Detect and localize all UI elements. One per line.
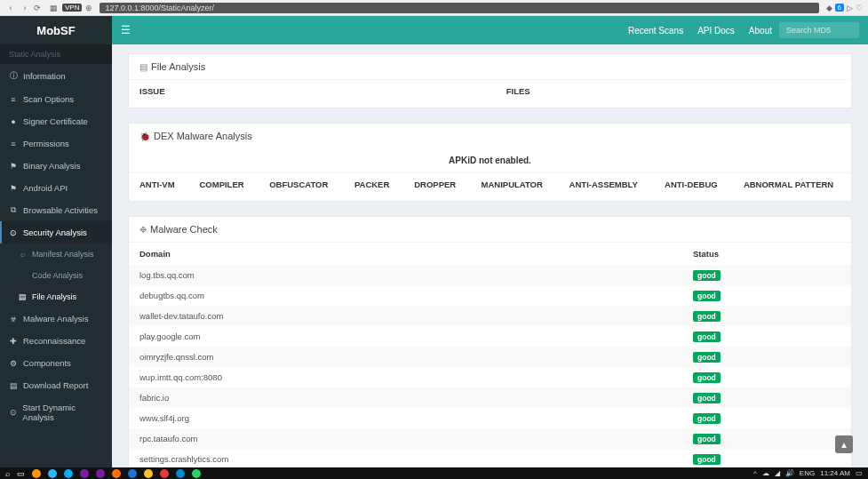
sidebar-icon: ● — [9, 117, 18, 126]
sidebar-item-download-report[interactable]: ▤Download Report — [0, 374, 112, 396]
forward-button[interactable]: › — [20, 4, 30, 12]
globe-icon: ⊕ — [85, 4, 92, 12]
sidebar-item-permissions[interactable]: ≡Permissions — [0, 132, 112, 155]
dex-col: COMPILER — [188, 173, 259, 196]
domain-cell: settings.crashlytics.com — [129, 449, 682, 467]
domain-cell: fabric.io — [129, 387, 682, 408]
download-icon[interactable]: ▷ — [847, 4, 853, 12]
menu-toggle-icon[interactable]: ☰ — [121, 24, 131, 36]
scroll-top-button[interactable]: ▲ — [835, 435, 853, 453]
taskbar-app-icon[interactable] — [96, 469, 105, 478]
status-cell: good — [682, 306, 851, 326]
nav-about[interactable]: About — [749, 26, 772, 36]
table-row: debugtbs.qq.comgood — [129, 285, 851, 306]
taskbar-app-icon[interactable] — [112, 469, 121, 478]
domain-cell: log.tbs.qq.com — [129, 265, 682, 285]
sidebar: MobSF Static Analysis ⓘInformation≡Scan … — [0, 16, 112, 467]
status-badge: good — [693, 434, 721, 444]
col-files: FILES — [496, 80, 851, 103]
table-row: play.google.comgood — [129, 326, 851, 347]
sidebar-item-android-api[interactable]: ⚑Android API — [0, 177, 112, 199]
dex-table: ANTI-VMCOMPILEROBFUSCATORPACKERDROPPERMA… — [129, 172, 851, 196]
dex-col: MANIPULATOR — [471, 173, 559, 196]
dex-col: ANTI-VM — [129, 173, 188, 196]
file-analysis-table: ISSUE FILES — [129, 79, 851, 102]
sidebar-label: Code Analysis — [32, 271, 83, 280]
tray-lang[interactable]: ENG — [800, 469, 815, 477]
sidebar-item-browsable-activities[interactable]: ⧉Browsable Activities — [0, 199, 112, 221]
domain-cell: debugtbs.qq.com — [129, 285, 682, 306]
sidebar-label: Download Report — [23, 380, 88, 390]
heart-icon[interactable]: ♡ — [856, 4, 863, 12]
taskbar-app-icon[interactable] — [192, 469, 201, 478]
sidebar-label: Start Dynamic Analysis — [22, 403, 103, 422]
domain-cell: wallet-dev.tataufo.com — [129, 306, 682, 326]
file-icon: ▤ — [139, 62, 147, 72]
status-badge: good — [693, 311, 721, 322]
sidebar-item-malware-analysis[interactable]: ☣Malware Analysis — [0, 307, 112, 330]
status-badge: good — [693, 454, 721, 465]
nav-recent-scans[interactable]: Recent Scans — [628, 26, 683, 36]
sidebar-item-reconnaissance[interactable]: ✚Reconnaissance — [0, 330, 112, 352]
malware-check-panel: ✥Malware Check Domain Status log.tbs.qq.… — [128, 216, 852, 467]
table-row: www.slf4j.orggood — [129, 408, 851, 428]
taskbar-app-icon[interactable] — [48, 469, 57, 478]
url-bar[interactable]: 127.0.0.1:8000/StaticAnalyzer/ — [100, 3, 818, 13]
task-view-icon[interactable]: ▭ — [17, 469, 25, 478]
taskbar-app-icon[interactable] — [64, 469, 73, 478]
taskbar-app-icon[interactable] — [128, 469, 137, 478]
sidebar-label: Permissions — [23, 139, 69, 148]
sidebar-item-scan-options[interactable]: ≡Scan Options — [0, 88, 112, 110]
taskbar-app-icon[interactable] — [80, 469, 89, 478]
sidebar-icon: ☣ — [9, 315, 18, 323]
sidebar-label: Malware Analysis — [23, 314, 88, 323]
tabs-button[interactable]: ▦ — [48, 4, 59, 12]
back-button[interactable]: ‹ — [5, 4, 16, 12]
dex-col: ANTI-ASSEMBLY — [559, 173, 654, 196]
status-cell: good — [682, 428, 851, 449]
crosshair-icon: ✥ — [139, 225, 147, 235]
sidebar-label: Scan Options — [23, 94, 74, 104]
sidebar-icon: ⚑ — [9, 184, 18, 193]
tray-wifi-icon[interactable]: ◢ — [775, 469, 780, 477]
taskbar-app-icon[interactable] — [144, 469, 153, 478]
dex-col: PACKER — [344, 173, 403, 196]
taskbar-app-icon[interactable] — [32, 469, 41, 478]
sidebar-item-information[interactable]: ⓘInformation — [0, 64, 112, 88]
sidebar-item-signer-certificate[interactable]: ●Signer Certificate — [0, 110, 112, 132]
tray-volume-icon[interactable]: 🔊 — [785, 469, 794, 477]
sidebar-subitem-code-analysis[interactable]: Code Analysis — [0, 265, 112, 286]
sidebar-item-binary-analysis[interactable]: ⚑Binary Analysis — [0, 155, 112, 177]
status-badge: good — [693, 270, 721, 281]
domain-cell: www.slf4j.org — [129, 408, 682, 428]
sidebar-subitem-file-analysis[interactable]: ▤File Analysis — [0, 286, 112, 307]
sidebar-icon: ⌕ — [18, 250, 27, 259]
vpn-badge: VPN — [62, 4, 82, 12]
table-row: log.tbs.qq.comgood — [129, 265, 851, 285]
sidebar-icon: ⓘ — [9, 70, 18, 82]
reload-button[interactable]: ⟳ — [34, 4, 44, 12]
os-taskbar: ⌕ ▭ ^ ☁ ◢ 🔊 ENG 11:24 AM ▭ — [0, 467, 868, 479]
search-icon[interactable]: ⌕ — [5, 469, 10, 478]
status-badge: good — [693, 372, 721, 383]
taskbar-app-icon[interactable] — [160, 469, 169, 478]
shield-icon[interactable]: ◆ — [826, 4, 832, 12]
tray-chevron-icon[interactable]: ^ — [753, 469, 757, 477]
panel-title: Malware Check — [150, 224, 218, 235]
nav-api-docs[interactable]: API Docs — [697, 26, 735, 36]
tray-time[interactable]: 11:24 AM — [820, 469, 850, 477]
taskbar-app-icon[interactable] — [176, 469, 185, 478]
topbar: ☰ Recent Scans API Docs About — [112, 16, 868, 44]
search-input[interactable] — [779, 22, 859, 38]
sidebar-item-components[interactable]: ⚙Components — [0, 352, 112, 374]
table-row: wallet-dev.tataufo.comgood — [129, 306, 851, 326]
sidebar-subitem-manifest-analysis[interactable]: ⌕Manifest Analysis — [0, 243, 112, 265]
sidebar-item-start-dynamic-analysis[interactable]: ⊙Start Dynamic Analysis — [0, 396, 112, 428]
table-row: rpc.tataufo.comgood — [129, 428, 851, 449]
app-logo[interactable]: MobSF — [0, 16, 112, 44]
sidebar-icon: ▤ — [18, 292, 27, 301]
tray-notif-icon[interactable]: ▭ — [856, 469, 863, 477]
sidebar-item-security-analysis[interactable]: ⊙Security Analysis — [0, 221, 112, 243]
tray-cloud-icon[interactable]: ☁ — [762, 469, 769, 477]
table-row: wup.imtt.qq.com:8080good — [129, 367, 851, 387]
